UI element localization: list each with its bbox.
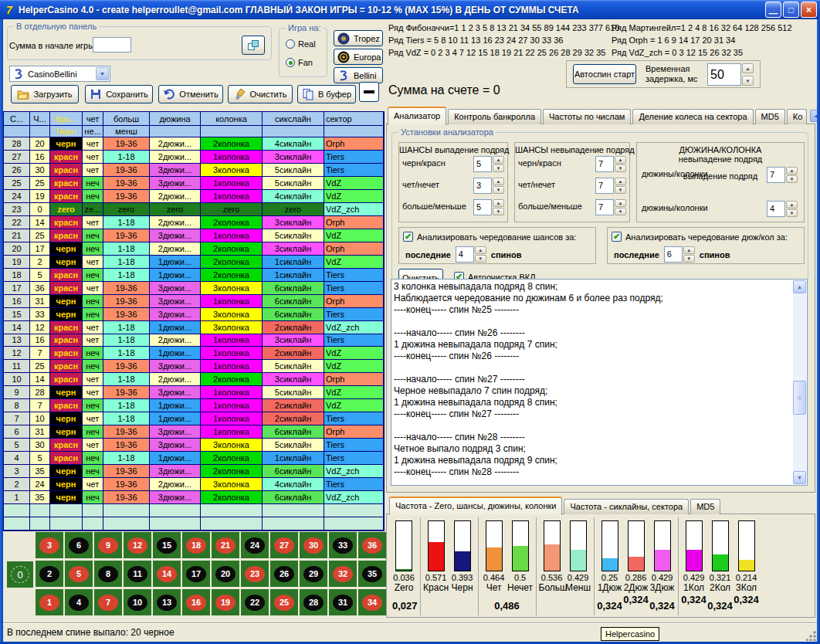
roulette-number-24[interactable]: 24 (241, 532, 269, 558)
roulette-number-2[interactable]: 2 (36, 561, 63, 587)
detach-panel-button[interactable] (242, 36, 265, 55)
roulette-number-19[interactable]: 19 (212, 589, 239, 615)
roulette-number-18[interactable]: 18 (182, 532, 210, 558)
roulette-number-16[interactable]: 16 (182, 589, 210, 615)
radio-real[interactable]: Real (286, 39, 316, 49)
minimize-button[interactable]: — (765, 2, 781, 18)
resize-grip-icon[interactable] (806, 631, 816, 641)
roulette-number-21[interactable]: 21 (212, 532, 239, 558)
roulette-number-3[interactable]: 3 (36, 532, 63, 558)
number-chip: 19 (215, 595, 235, 611)
undo-button[interactable]: Отменить (158, 85, 223, 103)
spin-down-button[interactable] (683, 255, 695, 263)
roulette-number-35[interactable]: 35 (358, 561, 386, 587)
roulette-number-9[interactable]: 9 (94, 532, 122, 558)
spin-down-button[interactable] (786, 175, 798, 183)
tab-clipped[interactable]: Ко (787, 109, 807, 124)
roulette-number-30[interactable]: 30 (300, 532, 327, 558)
spin-down-button[interactable] (493, 164, 504, 172)
tab-wheel-sectors[interactable]: Деление колеса на сектора (632, 109, 753, 124)
table-cell: VdZ (324, 360, 384, 373)
spin-up-button[interactable] (683, 246, 695, 254)
maximize-button[interactable]: □ (783, 2, 799, 18)
collapse-button[interactable] (359, 82, 379, 102)
tab-freq-sixlines[interactable]: Частота - сиклайны, сектора (564, 499, 689, 514)
tab-number-frequencies[interactable]: Частоты по числам (543, 109, 631, 124)
roulette-number-26[interactable]: 26 (270, 561, 298, 587)
roulette-number-32[interactable]: 32 (329, 561, 357, 587)
spin-up-button[interactable] (493, 199, 504, 207)
casino-europa-button[interactable]: Europa (334, 49, 383, 65)
roulette-number-7[interactable]: 7 (94, 589, 122, 615)
scroll-up-icon[interactable]: ▲ (793, 280, 806, 293)
roulette-number-1[interactable]: 1 (36, 589, 63, 615)
casino-select[interactable]: CasinoBellini ▼ (9, 66, 110, 82)
load-button[interactable]: Загрузить (11, 85, 79, 103)
spin-up-button[interactable] (615, 199, 626, 207)
spin-up-button[interactable] (615, 156, 626, 164)
roulette-number-20[interactable]: 20 (212, 561, 239, 587)
copy-to-clipboard-button[interactable]: В буфер (297, 85, 356, 103)
alternation-chances-checkbox[interactable]: Анализировать чередование шансов за: (403, 232, 576, 242)
number-chip: 17 (186, 566, 206, 582)
freq-bar-Чет (486, 520, 503, 571)
roulette-number-0[interactable]: 0 (7, 561, 33, 588)
casino-tropez-button[interactable]: Tropez (334, 30, 383, 46)
spin-down-button[interactable] (475, 255, 486, 263)
roulette-number-13[interactable]: 13 (153, 589, 181, 615)
roulette-number-25[interactable]: 25 (270, 589, 298, 615)
spin-down-button[interactable] (742, 76, 754, 86)
spin-down-button[interactable] (615, 208, 626, 215)
tab-freq-md5[interactable]: MD5 (690, 499, 720, 514)
roulette-number-6[interactable]: 6 (65, 532, 93, 558)
delay-value[interactable]: 50 (707, 63, 741, 86)
roulette-number-27[interactable]: 27 (270, 532, 298, 558)
tab-bankroll-control[interactable]: Контроль банкролла (448, 109, 541, 124)
spin-down-button[interactable] (615, 164, 626, 172)
roulette-number-11[interactable]: 11 (124, 561, 151, 587)
roulette-number-36[interactable]: 36 (358, 532, 386, 558)
start-sum-input[interactable] (93, 37, 131, 53)
roulette-number-23[interactable]: 23 (241, 561, 269, 587)
roulette-number-10[interactable]: 10 (124, 589, 151, 615)
alternation-dozen-checkbox[interactable]: Анализировать чередование дюж/кол за: (612, 232, 788, 242)
spin-up-button[interactable] (615, 178, 626, 185)
roulette-number-22[interactable]: 22 (241, 589, 269, 615)
roulette-number-12[interactable]: 12 (124, 532, 151, 558)
roulette-number-14[interactable]: 14 (153, 561, 181, 587)
spin-up-button[interactable] (742, 63, 754, 73)
log-scrollbar[interactable]: ▲ ≡ ▼ (793, 280, 806, 484)
save-button[interactable]: Сохранить (85, 85, 153, 103)
spin-up-button[interactable] (475, 246, 486, 254)
spin-down-button[interactable] (786, 209, 798, 217)
roulette-number-15[interactable]: 15 (153, 532, 181, 558)
roulette-number-29[interactable]: 29 (300, 561, 327, 587)
roulette-number-8[interactable]: 8 (94, 561, 122, 587)
spin-up-button[interactable] (493, 156, 504, 164)
roulette-number-17[interactable]: 17 (182, 561, 210, 587)
chevron-down-icon[interactable]: ▼ (96, 67, 109, 80)
spin-up-button[interactable] (786, 167, 798, 175)
scrollbar-thumb[interactable]: ≡ (793, 381, 806, 415)
spin-down-button[interactable] (615, 186, 626, 194)
roulette-number-34[interactable]: 34 (358, 589, 386, 615)
roulette-number-33[interactable]: 33 (329, 532, 357, 558)
casino-bellini-button[interactable]: Bellini (334, 67, 383, 83)
close-button[interactable]: × (801, 2, 817, 18)
spin-up-button[interactable] (493, 178, 504, 185)
roulette-number-4[interactable]: 4 (65, 589, 93, 615)
roulette-number-31[interactable]: 31 (329, 589, 357, 615)
tab-analyzer[interactable]: Анализатор (388, 107, 446, 125)
radio-fan[interactable]: Fan (286, 58, 313, 67)
autospin-start-button[interactable]: Автоспин старт (573, 64, 636, 84)
scroll-down-icon[interactable]: ▼ (793, 471, 806, 484)
roulette-number-28[interactable]: 28 (300, 589, 327, 615)
spin-down-button[interactable] (493, 186, 504, 194)
spin-up-button[interactable] (786, 201, 798, 208)
clear-button[interactable]: Очистить (228, 85, 293, 103)
title-bar[interactable]: 7 HelperCasino 4.0 - create helperroulle… (0, 0, 820, 19)
tab-freq-main[interactable]: Частота - Zero, шансы, дюжины, колонки (389, 497, 562, 515)
roulette-number-5[interactable]: 5 (65, 561, 93, 587)
spin-down-button[interactable] (493, 208, 504, 215)
tab-md5[interactable]: MD5 (755, 109, 785, 124)
